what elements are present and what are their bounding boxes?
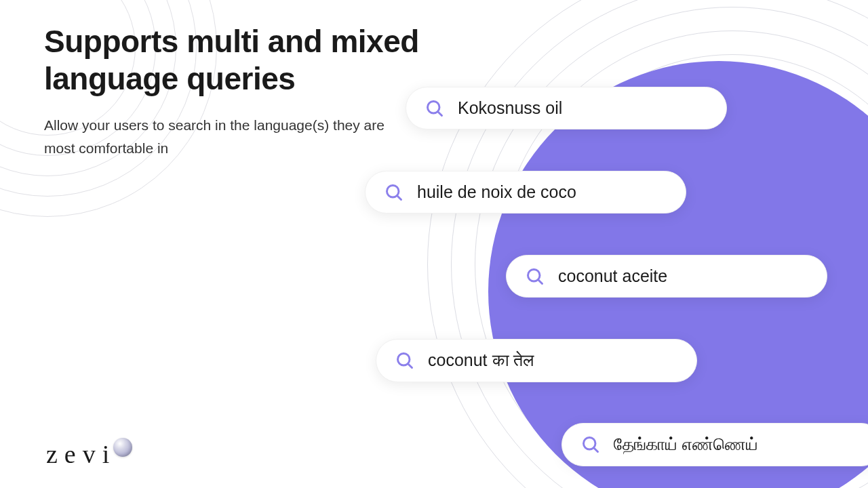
search-example-text: huile de noix de coco [417,182,576,202]
search-example-pill: coconut aceite [506,255,827,298]
search-icon [384,183,403,202]
search-example-pill: தேங்காய் எண்ணெய் [561,423,868,466]
svg-line-1 [438,111,442,115]
page-title: Supports multi and mixed language querie… [44,23,451,98]
brand-sphere-icon [113,438,132,457]
search-icon [581,435,600,454]
search-icon [425,99,444,118]
page-subtitle: Allow your users to search in the langua… [44,114,403,159]
search-example-text: coconut का तेल [428,350,534,371]
search-example-text: தேங்காய் எண்ணெய் [614,434,758,455]
svg-line-3 [397,195,401,199]
search-example-text: coconut aceite [558,266,667,286]
brand-logo: zevi [46,438,132,469]
search-example-pill: coconut का तेल [376,339,697,382]
search-icon [526,267,545,286]
svg-line-7 [408,364,412,368]
svg-line-9 [594,448,598,452]
hero-content: Supports multi and mixed language querie… [0,0,868,160]
search-example-pill: Kokosnuss oil [406,87,727,129]
search-icon [395,351,414,370]
brand-name: zevi [46,439,116,469]
search-example-pill: huile de noix de coco [365,171,686,214]
search-example-text: Kokosnuss oil [458,98,562,118]
svg-line-5 [538,279,542,283]
